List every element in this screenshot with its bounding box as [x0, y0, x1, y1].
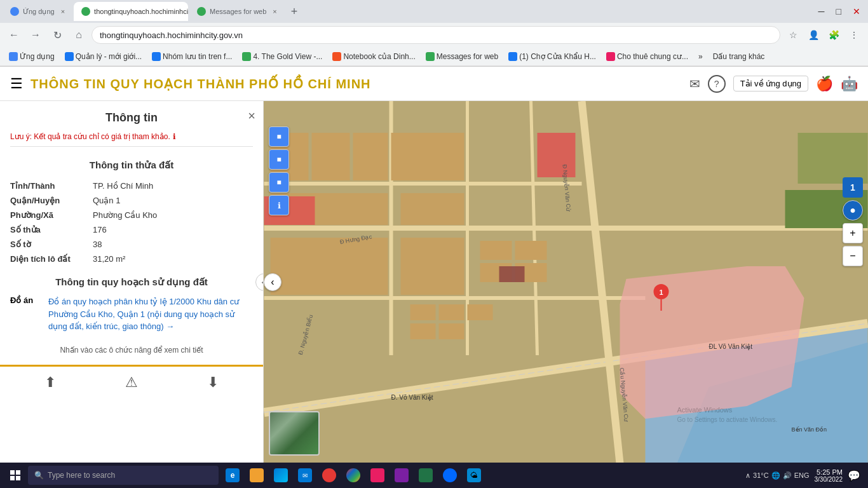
- map-svg: 1 Đ Hưng Đạc Đ Nguyễn Văn Cử Cầu Nguyễn …: [264, 101, 868, 463]
- new-tab-button[interactable]: +: [286, 5, 303, 18]
- bookmark-chothue[interactable]: Cho thuê chung cư...: [602, 51, 692, 62]
- volume-icon[interactable]: 🔊: [783, 471, 792, 480]
- taskbar-app-weather[interactable]: 🌤: [463, 464, 485, 487]
- taskbar-app-art[interactable]: [366, 464, 389, 487]
- minimize-button[interactable]: ─: [813, 5, 830, 18]
- apple-icon[interactable]: 🍎: [816, 76, 833, 92]
- share-button[interactable]: ⬆: [44, 374, 56, 391]
- panel-close-button[interactable]: ×: [248, 109, 255, 123]
- network-icon[interactable]: 🌐: [771, 471, 780, 480]
- warning-button[interactable]: ⚠: [125, 374, 138, 391]
- extensions-icon[interactable]: 🧩: [825, 26, 843, 44]
- map-ctrl-blue-2[interactable]: ■: [269, 149, 289, 170]
- taskbar-app-zalo[interactable]: [438, 464, 461, 487]
- map-thumbnail: [269, 411, 320, 456]
- home-button[interactable]: ⌂: [70, 26, 88, 44]
- taskbar-search-icon: 🔍: [34, 471, 44, 480]
- tab-close-1[interactable]: ×: [61, 8, 65, 15]
- taskbar-app-explorer[interactable]: [245, 464, 268, 487]
- bookmark-dautrang[interactable]: Dấu trang khác: [709, 51, 769, 62]
- reload-button[interactable]: ↻: [48, 26, 66, 44]
- forward-button[interactable]: →: [27, 26, 44, 44]
- edge-icon: e: [226, 468, 240, 482]
- bookmark-star-icon[interactable]: ☆: [784, 26, 802, 44]
- taskbar-search[interactable]: 🔍 Type here to search: [28, 466, 219, 485]
- tab-inactive-1[interactable]: Ứng dụng ×: [3, 2, 72, 21]
- bookmark-goldview[interactable]: 4. The Gold View -...: [238, 51, 326, 62]
- do-an-link[interactable]: Đồ án quy hoạch phân khu tỷ lệ 1/2000 Kh…: [48, 295, 253, 333]
- back-button[interactable]: ←: [5, 26, 23, 44]
- notification-icon[interactable]: 💬: [848, 470, 860, 482]
- bookmark-notebook[interactable]: Notebook của Dinh...: [329, 51, 419, 62]
- taskbar-app-excel[interactable]: [414, 464, 437, 487]
- folder-icon: [250, 468, 264, 482]
- map-page-number: 1: [843, 177, 863, 198]
- maximize-button[interactable]: □: [831, 5, 846, 18]
- bookmark-more[interactable]: »: [695, 51, 707, 62]
- map-area[interactable]: 1 Đ Hưng Đạc Đ Nguyễn Văn Cử Cầu Nguyễn …: [264, 101, 868, 463]
- excel-icon: [419, 468, 433, 482]
- app-title: THÔNG TIN QUY HOẠCH THÀNH PHỐ HỒ CHÍ MIN…: [31, 76, 689, 92]
- value-quan: Quận 1: [93, 196, 120, 205]
- time-text: 5:25 PM: [815, 468, 843, 476]
- taskbar-app-onenote[interactable]: [390, 464, 413, 487]
- bookmark-messages[interactable]: Messages for web: [422, 51, 502, 62]
- main-content: Thông tin × Lưu ý: Kết quả tra cứu chỉ c…: [0, 101, 868, 463]
- taskbar-app-mail[interactable]: ✉: [294, 464, 316, 487]
- bookmark-cho[interactable]: (1) Chợ Cửa Khẩu H...: [505, 51, 600, 62]
- settings-dots-icon[interactable]: ⋮: [845, 26, 863, 44]
- map-zoom-out[interactable]: −: [843, 246, 863, 266]
- date-text: 3/30/2022: [815, 476, 843, 483]
- section2-title: Thông tin quy hoạch sử dụng đất: [0, 266, 263, 295]
- email-icon[interactable]: ✉: [689, 76, 700, 92]
- address-bar-row: ← → ↻ ⌂ ☆ 👤 🧩 ⋮: [0, 23, 868, 47]
- panel-warning: Lưu ý: Kết quả tra cứu chỉ có giá trị th…: [0, 130, 263, 146]
- taskbar-app-browser[interactable]: [342, 464, 365, 487]
- map-right-controls: 1 ● + −: [843, 177, 863, 266]
- bookmark-quanly[interactable]: Quản lý - mới giới...: [61, 51, 146, 62]
- taskbar-app-red[interactable]: [318, 464, 341, 487]
- mail-icon: ✉: [298, 468, 312, 482]
- map-ctrl-blue-3[interactable]: ■: [269, 172, 289, 193]
- taskbar-search-placeholder: Type here to search: [48, 471, 115, 480]
- download-app-button[interactable]: Tải về ứng dụng: [733, 76, 808, 92]
- menu-icon[interactable]: ☰: [10, 76, 23, 92]
- taskbar-app-store[interactable]: [269, 464, 292, 487]
- panel-warning-text: Lưu ý: Kết quả tra cứu chỉ có giá trị th…: [10, 132, 170, 141]
- tab-active[interactable]: thongtinquyhoach.hochiminhcity.gov.vn ×: [74, 2, 188, 21]
- tab-messages[interactable]: Messages for web ×: [189, 2, 285, 21]
- map-collapse-button[interactable]: ‹: [264, 273, 281, 291]
- address-input[interactable]: [92, 26, 780, 44]
- windows-logo-icon: [10, 470, 20, 480]
- map-ctrl-blue-1[interactable]: ■: [269, 126, 289, 147]
- label-dientich: Diện tích lô đất: [10, 254, 93, 264]
- map-zoom-circle[interactable]: ●: [843, 200, 863, 220]
- start-button[interactable]: [3, 465, 28, 485]
- chevron-up-icon[interactable]: ∧: [745, 471, 750, 480]
- map-left-controls: ■ ■ ■ ℹ: [269, 126, 289, 215]
- taskbar-app-edge[interactable]: e: [221, 464, 244, 487]
- do-an-label: Đồ án: [10, 295, 48, 333]
- taskbar-apps: e ✉ 🌤: [221, 464, 485, 487]
- close-button[interactable]: ✕: [848, 5, 865, 18]
- activate-windows-text: Activate Windows: [677, 406, 733, 414]
- download-button[interactable]: ⬇: [207, 374, 219, 391]
- svg-rect-34: [499, 266, 525, 282]
- section1-title: Thông tin thửa đất: [0, 154, 263, 179]
- android-icon[interactable]: 🤖: [841, 76, 858, 92]
- taskbar-right: ∧ 31°C 🌐 🔊 ENG 5:25 PM 3/30/2022 💬: [745, 468, 865, 483]
- map-zoom-in[interactable]: +: [843, 223, 863, 243]
- value-sothua: 176: [93, 225, 107, 234]
- panel-title: Thông tin: [105, 111, 158, 125]
- profile-icon[interactable]: 👤: [804, 26, 822, 44]
- svg-rect-28: [439, 304, 465, 320]
- svg-rect-24: [515, 241, 547, 260]
- svg-rect-29: [468, 304, 493, 320]
- tab-close-messages[interactable]: ×: [273, 8, 276, 15]
- bookmark-apps[interactable]: Ứng dụng: [5, 51, 58, 62]
- map-ctrl-info[interactable]: ℹ: [269, 195, 289, 215]
- label-soto: Số tờ: [10, 240, 93, 249]
- help-icon[interactable]: ?: [708, 75, 726, 93]
- bookmark-nhom[interactable]: Nhóm lưu tin tren f...: [148, 51, 236, 62]
- panel-hint: Nhấn vào các ô chức năng để xem chi tiết: [0, 338, 263, 360]
